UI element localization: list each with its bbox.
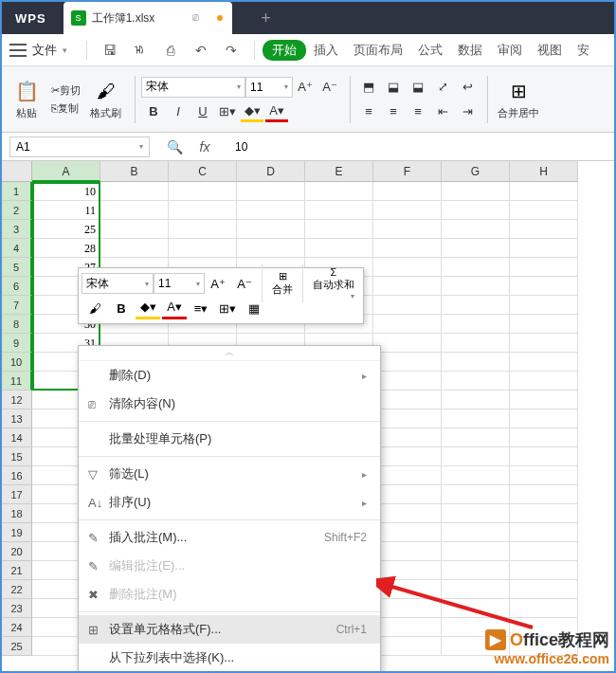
increase-font-icon[interactable]: A⁺ [294, 77, 317, 98]
row-header[interactable]: 9 [2, 334, 32, 353]
fill-color-button[interactable]: ◆▾ [241, 101, 263, 122]
border-button[interactable]: ⊞▾ [216, 101, 239, 122]
document-tab[interactable]: S 工作簿1.xlsx ⎚ [63, 2, 233, 34]
increase-indent-icon[interactable]: ⇥ [456, 101, 479, 122]
cell[interactable] [237, 239, 305, 258]
row-header[interactable]: 3 [2, 220, 32, 239]
menu-item[interactable]: 删除(D)▸ [79, 361, 380, 390]
cell[interactable] [510, 504, 578, 523]
mini-border-button[interactable]: ⊞▾ [215, 297, 240, 319]
cell[interactable] [510, 428, 578, 447]
print-icon[interactable]: ⎙ [159, 39, 182, 62]
mini-font-color-button[interactable]: A▾ [162, 297, 187, 319]
cell[interactable] [442, 409, 510, 428]
align-center-icon[interactable]: ≡ [382, 101, 405, 122]
cell[interactable] [442, 201, 510, 220]
row-header[interactable]: 25 [2, 637, 32, 656]
cell[interactable] [373, 523, 442, 542]
name-box[interactable]: A1▾ [9, 136, 150, 157]
cell[interactable] [442, 296, 510, 315]
mini-format-painter-icon[interactable]: 🖌 [82, 297, 107, 319]
print-preview-icon[interactable]: ᡅ [129, 39, 152, 62]
column-header[interactable]: B [100, 161, 169, 182]
cell[interactable] [510, 447, 578, 466]
cell[interactable] [373, 258, 442, 277]
copy-button[interactable]: ⎘ 复制 [47, 100, 84, 118]
cell[interactable] [510, 391, 578, 409]
mini-bold-button[interactable]: B [109, 297, 134, 319]
mini-decrease-font-icon[interactable]: A⁻ [232, 272, 257, 295]
cell[interactable] [510, 296, 578, 315]
cell[interactable] [305, 182, 373, 201]
cell[interactable] [442, 220, 510, 239]
cell[interactable] [373, 201, 442, 220]
cell[interactable] [305, 220, 373, 239]
row-header[interactable]: 8 [2, 315, 32, 334]
cell[interactable] [169, 182, 237, 201]
row-header[interactable]: 21 [2, 561, 32, 580]
cell[interactable] [442, 542, 510, 561]
cell[interactable] [442, 182, 510, 201]
row-header[interactable]: 14 [2, 428, 32, 447]
cell[interactable] [373, 637, 442, 656]
tab-view[interactable]: 视图 [530, 42, 570, 59]
cell[interactable]: 28 [32, 239, 100, 258]
save-icon[interactable]: 🖫 [99, 39, 121, 62]
merge-center-button[interactable]: ⊞ 合并居中 [494, 76, 543, 122]
cell[interactable] [373, 542, 442, 561]
cell[interactable] [100, 220, 169, 239]
orientation-icon[interactable]: ⤢ [431, 77, 454, 98]
tab-security[interactable]: 安 [570, 42, 597, 59]
new-tab-button[interactable]: + [261, 9, 271, 28]
cell[interactable] [373, 447, 442, 466]
cell[interactable] [442, 315, 510, 334]
tab-page-layout[interactable]: 页面布局 [346, 42, 410, 59]
select-all-corner[interactable] [2, 161, 32, 182]
font-color-button[interactable]: A▾ [265, 101, 288, 122]
cell[interactable] [442, 447, 510, 466]
file-menu[interactable]: 文件 [32, 42, 57, 59]
align-middle-icon[interactable]: ⬓ [382, 77, 405, 98]
cell[interactable] [305, 201, 373, 220]
row-header[interactable]: 17 [2, 485, 32, 504]
tab-data[interactable]: 数据 [450, 42, 490, 59]
cell[interactable] [442, 239, 510, 258]
row-header[interactable]: 5 [2, 258, 32, 277]
row-header[interactable]: 2 [2, 201, 32, 220]
row-header[interactable]: 7 [2, 296, 32, 315]
row-header[interactable]: 11 [2, 372, 32, 391]
bold-button[interactable]: B [142, 101, 165, 122]
menu-item[interactable]: 批量处理单元格(P) [79, 425, 380, 453]
column-header[interactable]: F [373, 161, 442, 182]
cell[interactable] [373, 182, 442, 201]
align-left-icon[interactable]: ≡ [357, 101, 380, 122]
cell[interactable] [373, 220, 442, 239]
column-header[interactable]: E [305, 161, 373, 182]
align-bottom-icon[interactable]: ⬓ [407, 77, 429, 98]
mini-align-button[interactable]: ≡▾ [189, 297, 213, 319]
decrease-font-icon[interactable]: A⁻ [318, 77, 341, 98]
row-header[interactable]: 6 [2, 277, 32, 296]
mini-cell-style-icon[interactable]: ▦ [242, 297, 266, 319]
row-header[interactable]: 22 [2, 580, 32, 599]
collapse-handle-icon[interactable]: ︿ [79, 346, 380, 361]
wrap-text-icon[interactable]: ↩ [456, 77, 479, 98]
menu-item[interactable]: A↓排序(U)▸ [79, 488, 380, 517]
cell[interactable] [373, 428, 442, 447]
undo-icon[interactable]: ↶ [190, 39, 212, 62]
cell[interactable]: 10 [32, 182, 100, 201]
menu-item[interactable]: 从下拉列表中选择(K)... [79, 644, 380, 672]
tab-insert[interactable]: 插入 [306, 42, 346, 59]
mini-increase-font-icon[interactable]: A⁺ [206, 272, 230, 295]
cell[interactable] [442, 428, 510, 447]
cell[interactable] [510, 258, 578, 277]
menu-item[interactable]: ⎚清除内容(N) [79, 390, 380, 418]
menu-item[interactable]: ⊞设置单元格格式(F)...Ctrl+1 [79, 615, 380, 644]
cell[interactable] [373, 296, 442, 315]
mini-font-name[interactable]: 宋体▾ [82, 273, 154, 294]
font-size-dropdown[interactable]: 11▾ [245, 77, 293, 98]
tab-formulas[interactable]: 公式 [410, 42, 450, 59]
cell[interactable] [510, 485, 578, 504]
menu-item[interactable]: ✎插入批注(M)...Shift+F2 [79, 523, 380, 552]
redo-icon[interactable]: ↷ [220, 39, 243, 62]
